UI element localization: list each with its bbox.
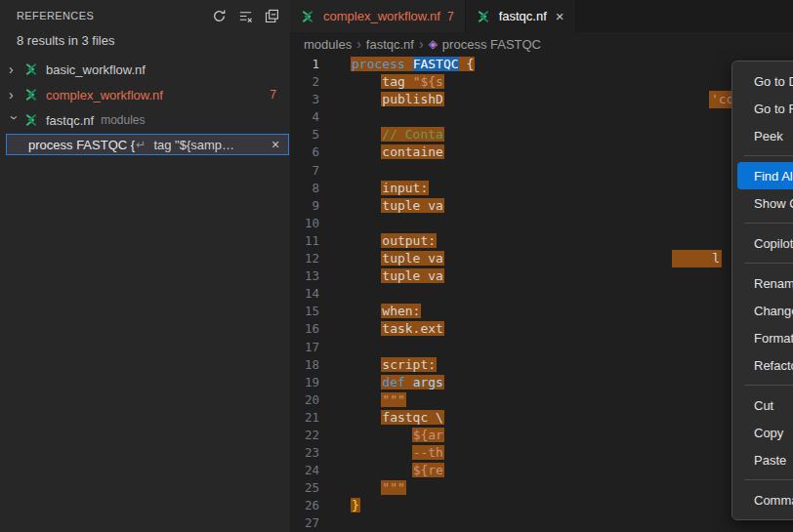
chevron-right-icon: › bbox=[356, 36, 361, 52]
tab-label: complex_workflow.nf bbox=[323, 9, 440, 23]
code-line: 27 bbox=[290, 514, 793, 532]
menu-separator bbox=[744, 479, 793, 480]
code-fragment: l bbox=[672, 250, 722, 267]
clear-all-icon[interactable] bbox=[234, 5, 256, 26]
references-header: REFERENCES bbox=[0, 0, 290, 31]
code-text: when: bbox=[351, 303, 421, 320]
line-number: 25 bbox=[290, 479, 319, 497]
code-text: ${re bbox=[351, 462, 444, 479]
menu-item-paste[interactable]: Paste bbox=[737, 446, 793, 473]
nextflow-icon bbox=[24, 62, 38, 76]
code-text: --th bbox=[351, 444, 444, 462]
menu-item-show-call-hierarchy[interactable]: Show Call Hierarchy⇧⌥H bbox=[737, 189, 793, 217]
result-row[interactable]: process FASTQC { ↵ tag "${samp… × bbox=[6, 134, 289, 155]
code-line: 8 input: bbox=[290, 180, 793, 197]
code-text: containe bbox=[351, 143, 444, 161]
line-number: 16 bbox=[290, 320, 319, 338]
line-number: 5 bbox=[290, 126, 319, 143]
code-text: def args bbox=[351, 374, 444, 391]
line-number: 7 bbox=[290, 162, 319, 180]
menu-item-go-to-definition[interactable]: Go to Definition⌘F12 bbox=[737, 67, 793, 95]
nextflow-icon bbox=[477, 10, 490, 23]
code-line: 17 bbox=[290, 339, 793, 356]
menu-item-change-all-occurrences[interactable]: Change All Occurrences⌘F2 bbox=[737, 297, 793, 324]
menu-item-command-palette[interactable]: Command Palette...⇧⌘P bbox=[737, 486, 793, 513]
code-text: process FASTQC { bbox=[351, 56, 475, 73]
nextflow-icon bbox=[301, 9, 317, 23]
code-line: 22 ${ar bbox=[290, 427, 793, 444]
reference-highlight: script: bbox=[381, 357, 437, 372]
code-text: """ bbox=[351, 391, 406, 409]
line-number: 2 bbox=[290, 73, 319, 91]
code-text: tuple va bbox=[351, 267, 444, 285]
breadcrumb-item-file[interactable]: fastqc.nf bbox=[366, 37, 414, 52]
reference-highlight: when: bbox=[381, 304, 421, 318]
reference-highlight: } bbox=[351, 498, 360, 512]
reference-highlight: def args bbox=[381, 375, 444, 389]
chevron-right-icon: › bbox=[419, 36, 424, 52]
panel-title: REFERENCES bbox=[17, 10, 208, 21]
menu-item-label: Command Palette... bbox=[754, 493, 793, 508]
menu-item-refactor[interactable]: Refactor...^⇧R bbox=[737, 351, 793, 379]
code-text: ${ar bbox=[351, 427, 444, 444]
reference-highlight: // Conta bbox=[381, 127, 444, 142]
breadcrumb-item-symbol[interactable]: process FASTQC bbox=[442, 37, 541, 52]
results-summary: 8 results in 3 files bbox=[0, 31, 290, 57]
menu-item-format-document[interactable]: Format Document⇧⌥F bbox=[737, 324, 793, 351]
collapse-all-icon[interactable] bbox=[261, 5, 282, 26]
menu-item-rename-symbol[interactable]: Rename SymbolF2 bbox=[737, 269, 793, 297]
result-context-text: tag "${samp… bbox=[146, 138, 265, 152]
line-number: 22 bbox=[290, 427, 319, 444]
code-line: 7 bbox=[290, 162, 793, 180]
menu-item-copilot[interactable]: Copilot› bbox=[737, 229, 793, 257]
result-count-badge: 7 bbox=[270, 88, 276, 102]
file-name: complex_workflow.nf bbox=[46, 88, 163, 102]
chevron-icon: › bbox=[9, 61, 24, 77]
code-text: publishD bbox=[351, 91, 444, 108]
tab-bar: complex_workflow.nf7fastqc.nf× bbox=[290, 0, 793, 32]
context-menu: Go to Definition⌘F12Go to References⇧F12… bbox=[731, 61, 793, 520]
file-row-complex-workflow-nf[interactable]: ›complex_workflow.nf7 bbox=[0, 82, 290, 107]
line-number: 21 bbox=[290, 409, 319, 427]
code-line: 24 ${re bbox=[290, 462, 793, 479]
reference-highlight: fastqc \ bbox=[381, 410, 444, 425]
menu-item-find-all-references[interactable]: Find All References⇧⌥F12 bbox=[737, 162, 793, 189]
code-text: } bbox=[351, 497, 360, 514]
line-number: 18 bbox=[290, 356, 319, 374]
tab-fastqc-nf[interactable]: fastqc.nf× bbox=[466, 0, 576, 32]
tab-label: fastqc.nf bbox=[499, 9, 547, 23]
file-row-fastqc-nf[interactable]: ›fastqc.nfmodules bbox=[0, 107, 290, 133]
code-editor[interactable]: 1process FASTQC {2 tag "${s3 publishD45 … bbox=[290, 56, 793, 532]
menu-item-label: Change All Occurrences bbox=[754, 304, 793, 318]
file-name: basic_workflow.nf bbox=[46, 62, 146, 77]
problems-badge: 7 bbox=[447, 10, 454, 23]
close-icon[interactable]: × bbox=[556, 8, 564, 24]
menu-item-copy[interactable]: Copy bbox=[737, 419, 793, 446]
nextflow-icon bbox=[24, 113, 41, 128]
line-number: 13 bbox=[290, 267, 319, 285]
breadcrumb-item-modules[interactable]: modules bbox=[304, 37, 352, 52]
menu-item-go-to-references[interactable]: Go to References⇧F12 bbox=[737, 95, 793, 122]
refresh-icon[interactable] bbox=[208, 5, 230, 26]
symbol-process-icon: ◈ bbox=[429, 37, 438, 51]
code-text: fastqc \ bbox=[351, 409, 444, 427]
menu-item-label: Show Call Hierarchy bbox=[754, 196, 793, 211]
code-line: 14 bbox=[290, 285, 793, 303]
dismiss-result-icon[interactable]: × bbox=[268, 137, 283, 152]
menu-item-peek[interactable]: Peek› bbox=[737, 122, 793, 149]
references-tree: ›basic_workflow.nf›complex_workflow.nf7›… bbox=[0, 57, 290, 133]
reference-highlight: task.ext bbox=[381, 321, 444, 336]
chevron-icon: › bbox=[7, 115, 22, 131]
menu-item-cut[interactable]: Cut bbox=[737, 391, 793, 419]
nextflow-icon bbox=[24, 88, 41, 102]
line-number: 14 bbox=[290, 285, 319, 303]
tab-complex-workflow-nf[interactable]: complex_workflow.nf7 bbox=[290, 0, 466, 32]
reference-highlight: tuple va bbox=[381, 198, 444, 213]
code-text: task.ext bbox=[351, 320, 444, 338]
file-row-basic-workflow-nf[interactable]: ›basic_workflow.nf bbox=[0, 57, 290, 82]
menu-separator bbox=[744, 155, 793, 156]
editor-group: complex_workflow.nf7fastqc.nf× modules ›… bbox=[290, 0, 793, 532]
line-number: 10 bbox=[290, 215, 319, 232]
line-number: 6 bbox=[290, 143, 319, 161]
reference-highlight: tuple va bbox=[381, 251, 444, 266]
